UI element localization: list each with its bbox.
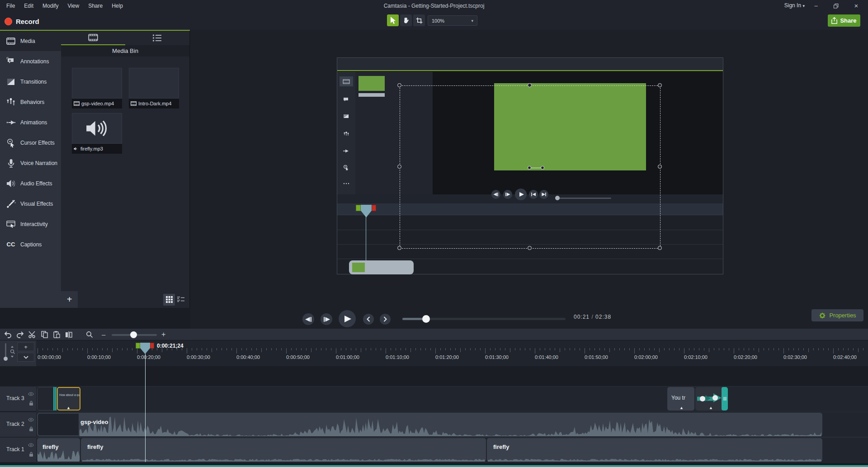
track-lock-toggle[interactable]	[29, 426, 33, 432]
crop-handle[interactable]	[528, 166, 531, 170]
preview-step-forward-button[interactable]	[503, 190, 512, 199]
preview-step-back-button[interactable]	[491, 190, 500, 199]
selection-handle[interactable]	[528, 246, 532, 250]
track-height-thumb[interactable]	[4, 357, 8, 361]
restore-button[interactable]	[827, 0, 844, 12]
media-item-firefly.mp3[interactable]: firefly.mp3	[72, 113, 122, 154]
track-height-slider[interactable]	[5, 343, 6, 358]
jump-forward-button[interactable]	[380, 314, 391, 325]
selection-handle[interactable]	[658, 165, 662, 169]
ruler-tick	[261, 348, 262, 352]
previous-frame-button[interactable]	[302, 313, 314, 325]
pan-tool-button[interactable]	[400, 14, 412, 26]
selection-handle[interactable]	[397, 165, 401, 169]
undo-button[interactable]	[2, 330, 14, 340]
playback-slider-thumb[interactable]	[422, 315, 430, 323]
ruler-label: 0:01:00;00	[336, 354, 359, 360]
collapse-tracks-button[interactable]	[17, 353, 34, 362]
clip-fade-handle[interactable]: ▲	[709, 406, 713, 410]
track-lock-toggle[interactable]	[29, 452, 33, 457]
sidebar-item-captions[interactable]: CCCaptions	[0, 234, 61, 255]
timeline-horizontal-scrollbar[interactable]	[0, 465, 868, 467]
sidebar-item-label: Media	[20, 38, 35, 44]
preview-jump-end-button[interactable]	[539, 190, 548, 199]
selection-handle[interactable]	[528, 83, 532, 87]
properties-button[interactable]: Properties	[811, 309, 863, 321]
track-visibility-toggle[interactable]	[28, 418, 34, 422]
ruler-label: 0:02:40;00	[833, 354, 857, 360]
track-lock-toggle[interactable]	[29, 401, 33, 406]
transition-marker[interactable]	[53, 387, 55, 410]
ruler-tick	[495, 348, 495, 350]
ruler-tick	[102, 348, 103, 350]
transition-marker[interactable]	[55, 387, 57, 410]
preview-mini-slider-thumb	[555, 196, 560, 200]
ruler-tick	[361, 348, 361, 352]
clip-fade-handle[interactable]: ▲	[679, 406, 684, 410]
canvas-green-clip[interactable]	[494, 83, 646, 170]
step-forward-button[interactable]	[321, 313, 332, 325]
ruler-tick	[197, 348, 197, 350]
add-media-button[interactable]: +	[61, 291, 78, 308]
list-view-button[interactable]	[175, 294, 187, 306]
selection-handle[interactable]	[397, 83, 401, 87]
sidebar-item-visual-effects[interactable]: Visual Effects	[0, 193, 61, 214]
playhead-handle[interactable]	[140, 343, 151, 354]
sidebar-item-audio-effects[interactable]: Audio Effects	[0, 173, 61, 193]
sidebar-item-behaviors[interactable]: Behaviors	[0, 92, 61, 112]
clip-thumb-segment[interactable]	[37, 387, 54, 410]
timeline-zoom-slider-thumb[interactable]	[130, 331, 137, 338]
grid-view-button[interactable]	[163, 294, 175, 306]
tab-media-bin[interactable]	[61, 31, 125, 45]
ruler-label: 0:00:50;00	[286, 354, 310, 360]
timeline-zoom-in-button[interactable]: +	[161, 330, 165, 339]
sidebar-item-annotations[interactable]: aAnnotations	[0, 51, 61, 71]
split-button[interactable]	[63, 330, 75, 340]
selection-handle[interactable]	[658, 83, 662, 87]
selection-handle[interactable]	[397, 246, 401, 250]
select-tool-button[interactable]	[387, 14, 399, 26]
close-button[interactable]: ×	[848, 0, 865, 12]
copy-button[interactable]	[38, 330, 50, 340]
ruler-tick	[62, 348, 63, 352]
tab-library[interactable]	[125, 31, 189, 45]
jump-back-button[interactable]	[363, 314, 374, 325]
playhead-line[interactable]	[145, 353, 146, 462]
add-track-button[interactable]: +	[17, 342, 34, 351]
track-visibility-toggle[interactable]	[28, 443, 34, 447]
clip-fade-handle[interactable]: ▲	[66, 406, 71, 410]
preview-mini-icon	[340, 162, 353, 172]
sidebar-item-animations[interactable]: Animations	[0, 112, 61, 132]
signin-button[interactable]: Sign In ▾	[784, 2, 805, 9]
cut-button[interactable]	[26, 330, 38, 340]
preview-jump-start-button[interactable]	[529, 190, 538, 199]
media-item-Intro-Dark.mp4[interactable]: Intro-Dark.mp4	[129, 68, 179, 108]
sidebar-item-voice-narration[interactable]: Voice Narration	[0, 153, 61, 173]
playhead-out-marker[interactable]	[150, 343, 154, 349]
record-button[interactable]: Record	[5, 15, 39, 27]
preview-track-line	[337, 230, 723, 230]
sidebar-item-cursor-effects[interactable]: Cursor Effects	[0, 132, 61, 153]
timeline-zoom-out-button[interactable]: –	[102, 330, 105, 338]
lock-icon	[29, 452, 33, 457]
canvas-zoom-dropdown[interactable]: 100% ▾	[428, 15, 477, 26]
playhead-in-marker[interactable]	[136, 343, 140, 349]
media-item-gsp-video.mp4[interactable]: gsp-video.mp4	[72, 68, 122, 108]
share-button[interactable]: Share	[828, 14, 860, 27]
ruler-tick	[381, 348, 381, 350]
track-visibility-toggle[interactable]	[28, 392, 34, 396]
paste-button[interactable]	[51, 330, 62, 340]
selection-handle[interactable]	[658, 246, 662, 250]
ruler-tick	[639, 348, 640, 350]
ruler-tick	[47, 348, 48, 350]
media-item-filename: gsp-video.mp4	[72, 99, 122, 108]
play-button[interactable]	[339, 310, 356, 327]
sidebar-item-media[interactable]: Media	[0, 31, 61, 51]
crop-handle[interactable]	[541, 166, 544, 170]
crop-tool-button[interactable]	[413, 14, 425, 26]
sidebar-item-transitions[interactable]: Transitions	[0, 71, 61, 92]
preview-play-button[interactable]	[515, 189, 527, 200]
redo-button[interactable]	[14, 330, 26, 340]
sidebar-item-interactivity[interactable]: Interactivity	[0, 214, 61, 234]
minimize-button[interactable]: –	[807, 0, 825, 12]
